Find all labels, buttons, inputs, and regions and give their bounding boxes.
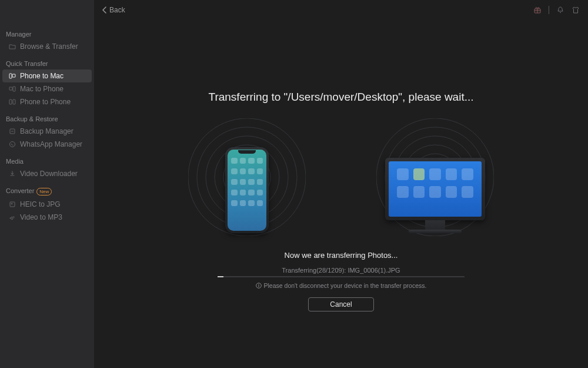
svg-rect-0 <box>9 74 12 78</box>
sidebar-item-backup-manager[interactable]: Backup Manager <box>2 125 92 138</box>
sidebar-item-whatsapp-manager[interactable]: WhatsApp Manager <box>2 138 92 151</box>
image-convert-icon <box>8 200 16 208</box>
sidebar-item-label: WhatsApp Manager <box>20 140 86 148</box>
sidebar-item-browse-transfer[interactable]: Browse & Transfer <box>2 40 92 53</box>
back-button[interactable]: Back <box>102 6 125 14</box>
svg-rect-1 <box>12 74 15 77</box>
sidebar-item-label: Phone to Mac <box>20 72 86 80</box>
sidebar-group-label: Backup & Restore <box>0 112 94 125</box>
sidebar-item-video-to-mp3[interactable]: Video to MP3 <box>2 211 92 224</box>
sidebar-item-label: HEIC to JPG <box>20 200 86 208</box>
whatsapp-icon <box>8 140 16 148</box>
topbar: Back <box>94 0 588 20</box>
sidebar-item-video-downloader[interactable]: Video Downloader <box>2 167 92 180</box>
status-detail-line: Transferring(28/1209): IMG_0006(1).JPG <box>218 267 465 274</box>
sidebar-item-mac-to-phone[interactable]: Mac to Phone <box>2 82 92 95</box>
progress-bar <box>218 276 465 277</box>
sidebar-group-label: Media <box>0 154 94 167</box>
sidebar-group-label: ConverterNew <box>0 184 94 198</box>
download-icon <box>8 170 16 178</box>
main-panel: Back Transferring to "/Users/mover/Deskt… <box>94 0 588 368</box>
progress-bar-fill <box>218 276 223 277</box>
svg-point-22 <box>258 284 259 284</box>
audio-convert-icon <box>8 213 16 221</box>
sidebar-item-phone-to-mac[interactable]: Phone to Mac <box>2 69 92 82</box>
bell-icon[interactable] <box>556 6 564 14</box>
sidebar-item-label: Phone to Phone <box>20 98 86 106</box>
separator <box>549 6 549 14</box>
sidebar-item-phone-to-phone[interactable]: Phone to Phone <box>2 95 92 108</box>
sidebar-item-label: Video to MP3 <box>20 213 86 221</box>
svg-rect-5 <box>13 100 15 104</box>
transfer-status: Now we are transferring Photos... Transf… <box>218 251 465 311</box>
transfer-title: Transferring to "/Users/mover/Desktop", … <box>209 91 474 104</box>
folder-icon <box>8 42 16 51</box>
sidebar-item-label: Video Downloader <box>20 170 86 178</box>
warning-line: Please don't disconnect your device in t… <box>218 282 465 289</box>
cancel-label: Cancel <box>330 300 352 309</box>
gift-icon[interactable] <box>533 6 542 14</box>
sidebar-group-label: Quick Transfer <box>0 57 94 69</box>
sidebar-item-heic-to-jpg[interactable]: HEIC to JPG <box>2 198 92 211</box>
shirt-icon[interactable] <box>572 6 580 14</box>
sidebar-group-label: Manager <box>0 27 94 40</box>
sidebar-item-label: Backup Manager <box>20 127 86 135</box>
phone-to-mac-icon <box>8 72 16 80</box>
phone-icon <box>225 147 269 233</box>
chevron-left-icon <box>102 6 107 14</box>
svg-rect-4 <box>9 100 12 104</box>
status-main-line: Now we are transferring Photos... <box>218 251 465 260</box>
phone-device <box>188 121 306 233</box>
svg-rect-2 <box>9 87 12 90</box>
back-label: Back <box>109 6 125 14</box>
svg-rect-23 <box>258 285 259 287</box>
mac-to-phone-icon <box>8 85 16 93</box>
devices-illustration <box>188 121 494 233</box>
sidebar: ManagerBrowse & TransferQuick TransferPh… <box>0 0 94 368</box>
cancel-button[interactable]: Cancel <box>308 297 374 311</box>
svg-point-9 <box>11 203 12 204</box>
topbar-right-icons <box>533 6 580 14</box>
monitor-icon <box>385 158 485 233</box>
svg-point-7 <box>10 142 15 147</box>
new-badge: New <box>36 188 52 195</box>
warning-text: Please don't disconnect your device in t… <box>264 282 427 289</box>
transfer-content: Transferring to "/Users/mover/Desktop", … <box>94 20 588 368</box>
phone-to-phone-icon <box>8 98 16 106</box>
info-icon <box>256 283 262 289</box>
svg-rect-3 <box>13 87 15 91</box>
mac-device <box>376 121 494 233</box>
sidebar-item-label: Mac to Phone <box>20 85 86 93</box>
sidebar-item-label: Browse & Transfer <box>20 42 86 51</box>
backup-icon <box>8 127 16 135</box>
